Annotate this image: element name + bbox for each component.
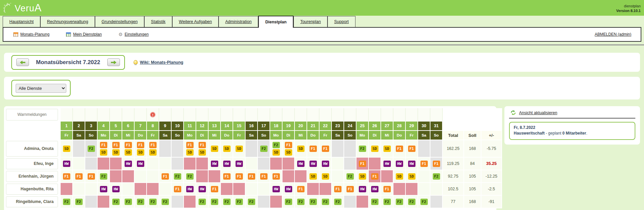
- shift-cell-1-day-7[interactable]: F1SD: [135, 140, 147, 158]
- shift-cell-5-day-29[interactable]: F2: [406, 196, 418, 208]
- shift-cell-4-day-27[interactable]: F1: [381, 183, 393, 196]
- shift-cell-2-day-8[interactable]: [147, 158, 159, 170]
- shift-cell-2-day-31[interactable]: F1: [430, 158, 443, 170]
- toolbar-link-einstellungen[interactable]: ⚙Einstellungen: [118, 32, 149, 37]
- shift-cell-5-day-21[interactable]: F2: [307, 196, 320, 208]
- shift-cell-2-day-10[interactable]: [172, 158, 184, 170]
- shift-cell-5-day-24[interactable]: [344, 196, 356, 208]
- shift-cell-3-day-23[interactable]: [332, 170, 344, 183]
- shift-cell-2-day-30[interactable]: F1: [418, 158, 430, 170]
- shift-cell-5-day-8[interactable]: F2: [147, 196, 159, 208]
- shift-cell-2-day-20[interactable]: HW: [295, 158, 307, 170]
- shift-cell-3-day-25[interactable]: SD: [356, 170, 369, 183]
- shift-cell-5-day-17[interactable]: [258, 196, 270, 208]
- shift-cell-5-day-15[interactable]: F2: [233, 196, 246, 208]
- wiki-link[interactable]: Wiki: Monats-Planung: [140, 60, 183, 65]
- shift-cell-3-day-19[interactable]: [283, 170, 295, 183]
- shift-cell-1-day-3[interactable]: F2: [85, 140, 98, 158]
- shift-cell-1-day-18[interactable]: F2SD: [270, 140, 283, 158]
- shift-cell-3-day-8[interactable]: [147, 170, 159, 183]
- shift-cell-4-day-28[interactable]: [393, 183, 406, 196]
- shift-cell-4-day-5[interactable]: HW: [110, 183, 122, 196]
- shift-cell-1-day-5[interactable]: F1SD: [110, 140, 122, 158]
- shift-cell-5-day-19[interactable]: F2: [283, 196, 295, 208]
- tab-statistik[interactable]: Statistik: [144, 16, 172, 27]
- tab-dienstplan[interactable]: Dienstplan: [258, 16, 294, 28]
- shift-cell-2-day-15[interactable]: HW: [233, 158, 246, 170]
- shift-cell-1-day-22[interactable]: F1: [320, 140, 332, 158]
- shift-cell-3-day-13[interactable]: [209, 170, 221, 183]
- shift-cell-4-day-8[interactable]: [147, 183, 159, 196]
- shift-cell-1-day-8[interactable]: F1SD: [147, 140, 159, 158]
- shift-cell-1-day-26[interactable]: SD: [369, 140, 381, 158]
- shift-cell-1-day-15[interactable]: SD: [233, 140, 246, 158]
- shift-cell-1-day-2[interactable]: [73, 140, 85, 158]
- shift-cell-4-day-13[interactable]: F1: [209, 183, 221, 196]
- shift-cell-5-day-12[interactable]: F2: [196, 196, 209, 208]
- shift-cell-4-day-2[interactable]: [73, 183, 85, 196]
- shift-cell-4-day-4[interactable]: HW: [98, 183, 110, 196]
- shift-cell-3-day-10[interactable]: F2: [172, 170, 184, 183]
- shift-cell-5-day-11[interactable]: [184, 196, 196, 208]
- shift-cell-3-day-4[interactable]: F2: [98, 170, 110, 183]
- shift-cell-1-day-14[interactable]: SD: [221, 140, 233, 158]
- shift-cell-5-day-13[interactable]: F2: [209, 196, 221, 208]
- warning-icon[interactable]: !: [150, 112, 156, 118]
- shift-cell-1-day-31[interactable]: [430, 140, 443, 158]
- toolbar-link-monats-planung[interactable]: Monats-Planung: [13, 32, 49, 37]
- shift-cell-2-day-6[interactable]: HW: [122, 158, 135, 170]
- shift-cell-2-day-23[interactable]: [332, 158, 344, 170]
- shift-cell-5-day-27[interactable]: F2: [381, 196, 393, 208]
- shift-cell-1-day-9[interactable]: [159, 140, 172, 158]
- tab-grundeinstellungen[interactable]: Grundeinstellungen: [95, 16, 144, 27]
- shift-cell-2-day-22[interactable]: HW: [320, 158, 332, 170]
- shift-cell-2-day-4[interactable]: [98, 158, 110, 170]
- tab-hauptansicht[interactable]: Hauptansicht: [3, 16, 40, 27]
- shift-cell-4-day-25[interactable]: HW: [356, 183, 369, 196]
- shift-cell-3-day-30[interactable]: [418, 170, 430, 183]
- shift-cell-5-day-16[interactable]: F2: [246, 196, 258, 208]
- shift-cell-1-day-29[interactable]: F1: [406, 140, 418, 158]
- shift-cell-3-day-3[interactable]: F1: [85, 170, 98, 183]
- shift-cell-4-day-21[interactable]: [307, 183, 320, 196]
- shift-cell-1-day-19[interactable]: F1SD: [283, 140, 295, 158]
- shift-cell-1-day-13[interactable]: SD: [209, 140, 221, 158]
- shift-cell-2-day-29[interactable]: HW: [406, 158, 418, 170]
- shift-cell-3-day-21[interactable]: SD: [307, 170, 320, 183]
- shift-cell-3-day-15[interactable]: F1: [233, 170, 246, 183]
- shift-cell-5-day-5[interactable]: F2: [110, 196, 122, 208]
- shift-cell-2-day-5[interactable]: [110, 158, 122, 170]
- shift-cell-1-day-17[interactable]: F2: [258, 140, 270, 158]
- shift-cell-2-day-16[interactable]: [246, 158, 258, 170]
- shift-cell-3-day-29[interactable]: SD: [406, 170, 418, 183]
- shift-cell-4-day-15[interactable]: [233, 183, 246, 196]
- shift-cell-2-day-26[interactable]: [369, 158, 381, 170]
- shift-cell-1-day-20[interactable]: SD: [295, 140, 307, 158]
- tab-support[interactable]: Support: [327, 16, 355, 27]
- tab-weitere-aufgaben[interactable]: Weitere Aufgaben: [172, 16, 219, 27]
- shift-cell-4-day-31[interactable]: [430, 183, 443, 196]
- shift-cell-4-day-20[interactable]: F1: [295, 183, 307, 196]
- shift-cell-2-day-12[interactable]: [196, 158, 209, 170]
- shift-cell-3-day-16[interactable]: F1: [246, 170, 258, 183]
- shift-cell-4-day-9[interactable]: [159, 183, 172, 196]
- tab-rechnungsverwaltung[interactable]: Rechnungsverwaltung: [40, 16, 95, 27]
- shift-cell-2-day-25[interactable]: F1: [356, 158, 369, 170]
- shift-cell-3-day-27[interactable]: [381, 170, 393, 183]
- shift-cell-2-day-18[interactable]: [270, 158, 283, 170]
- shift-cell-5-day-28[interactable]: F2: [393, 196, 406, 208]
- shift-cell-3-day-7[interactable]: [135, 170, 147, 183]
- tab-tourenplan[interactable]: Tourenplan: [294, 16, 327, 27]
- prev-month-button[interactable]: [16, 58, 29, 66]
- shift-cell-4-day-26[interactable]: HW: [369, 183, 381, 196]
- shift-cell-1-day-30[interactable]: [418, 140, 430, 158]
- shift-cell-4-day-10[interactable]: F1: [172, 183, 184, 196]
- shift-cell-2-day-1[interactable]: HW: [61, 158, 73, 170]
- shift-cell-4-day-12[interactable]: HW: [196, 183, 209, 196]
- shift-cell-2-day-27[interactable]: HW: [381, 158, 393, 170]
- shift-cell-3-day-12[interactable]: [196, 170, 209, 183]
- shift-cell-3-day-2[interactable]: F1: [73, 170, 85, 183]
- shift-cell-1-day-4[interactable]: F1SD: [98, 140, 110, 158]
- shift-cell-4-day-18[interactable]: HW: [270, 183, 283, 196]
- logout-link[interactable]: ABMELDEN (admin): [595, 32, 631, 37]
